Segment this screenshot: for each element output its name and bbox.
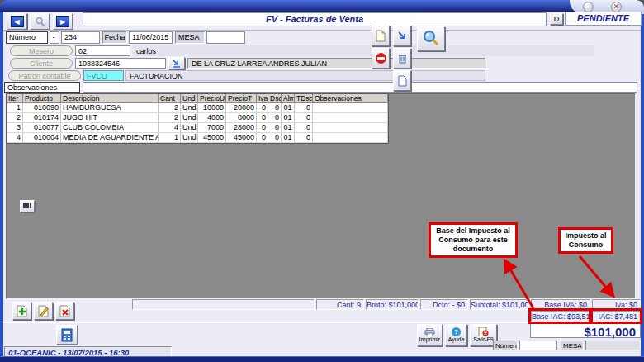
observaciones-input[interactable] [83,82,637,93]
totals-spacer-box [132,299,315,310]
notebook-icon [60,328,73,342]
total-base-iac: Base IAC: $93,519 [531,311,590,322]
printer-icon [424,328,435,336]
table-cell: 20000 [226,103,257,113]
table-cell: 10000 [198,103,226,113]
patron-desc-field: FACTURACION [125,70,485,81]
exit-icon [478,327,489,336]
notes-calculator-button[interactable] [56,325,78,345]
numero-label: Número [6,31,48,44]
footer-mesa-field[interactable] [585,341,641,350]
table-cell [313,123,388,133]
table-cell: 8000 [226,113,257,123]
column-header[interactable]: PrecioT [226,94,257,103]
column-header[interactable]: TDscto [295,94,313,103]
table-cell: 0 [268,103,282,113]
copy-document-button[interactable] [393,70,411,91]
delete-row-button[interactable] [55,302,74,320]
column-header[interactable]: Iva [257,94,268,103]
patron-contable-label: Patron contable [8,70,81,81]
mesero-name-field: carlos [132,45,594,56]
table-cell: 010090 [23,103,61,113]
app-window: – ✕ ◀ ▶ FV - Facturas de Venta D PENDIEN… [0,0,644,362]
forward-arrow-icon: ▶ [56,16,69,27]
table-cell: 2 [159,103,181,113]
base-iac-annotation: Base del Impuesto al Consumo para este d… [429,222,518,258]
table-cell: 01 [282,133,295,143]
salir-label: Salir-F9 [473,336,494,343]
mesero-code-input[interactable]: 02 [75,45,130,56]
new-page-icon [376,30,386,42]
trash-icon [398,53,407,64]
table-cell: 0 [295,113,313,123]
ayuda-button[interactable]: ? Ayuda [445,324,467,346]
numero-input[interactable]: 234 [61,31,100,44]
mesa-input[interactable] [206,31,245,44]
table-cell [313,133,388,143]
table-cell: 010077 [23,123,61,133]
search-items-button[interactable] [417,26,445,51]
table-cell: 4 [7,133,23,143]
search-record-button[interactable] [30,13,50,30]
footer-numero-field[interactable] [519,341,557,350]
new-document-button[interactable] [372,26,390,46]
table-cell: CLUB COLOMBIA [61,123,159,133]
fecha-input[interactable]: 11/06/2015 [129,31,173,44]
total-base-iva: Base IVA: $0 [531,299,590,310]
nav-forward-button[interactable]: ▶ [53,13,73,30]
cliente-id-input[interactable]: 1088324546 [75,58,166,69]
status-badge: PENDIENTE [565,12,642,26]
footer-mesa-label: MESA [561,341,584,350]
table-row[interactable]: 1010090HAMBURGUESA2Und100002000000010 [7,103,388,113]
imprimir-button[interactable]: Imprimir [417,324,443,346]
edit-row-button[interactable] [34,302,53,320]
column-header[interactable]: Alm [282,94,295,103]
items-table-body: 1010090HAMBURGUESA2Und100002000000010201… [7,103,388,143]
table-cell: JUGO HIT [61,113,159,123]
column-header[interactable]: Cant [159,94,181,103]
table-cell: 0 [268,123,282,133]
page-icon [398,75,407,87]
table-cell: 7000 [198,123,226,133]
imprimir-label: Imprimir [419,336,440,343]
apply-document-button[interactable] [393,26,411,46]
total-bruto: Bruto: $101,000 [366,299,419,310]
mesero-label: Mesero [10,45,73,56]
mini-toolbar-button[interactable] [20,200,35,212]
cancel-document-button[interactable] [372,48,390,69]
table-row[interactable]: 4010004MEDIA DE AGUARDIENTE ANTIOQUE1Und… [7,133,388,143]
column-header[interactable]: Dsct [268,94,282,103]
magnifier-icon [422,30,440,48]
numero-prefix-field[interactable]: - [50,31,59,44]
add-page-icon [17,305,28,317]
add-row-button[interactable] [12,302,31,320]
table-cell: 0 [268,133,282,143]
table-cell: 0 [295,103,313,113]
table-cell: 45000 [226,133,257,143]
column-header[interactable]: Observaciones [313,94,388,103]
table-cell: 0 [295,133,313,143]
doc-type-button[interactable]: D [550,13,563,25]
table-cell: 2 [7,113,23,123]
select-arrow-icon [173,60,181,68]
cliente-lookup-button[interactable] [168,57,185,69]
table-cell [313,103,388,113]
table-cell: MEDIA DE AGUARDIENTE ANTIOQUE [61,133,159,143]
table-cell [313,113,388,123]
column-header[interactable]: Und [181,94,198,103]
discard-document-button[interactable] [393,48,411,69]
table-cell: 1 [159,133,181,143]
table-row[interactable]: 3010077CLUB COLOMBIA4Und70002800000010 [7,123,388,133]
patron-code-input[interactable]: FVCO [83,70,124,81]
table-cell: HAMBURGUESA [61,103,159,113]
back-arrow-icon: ◀ [11,16,24,27]
table-row[interactable]: 2010174JUGO HIT2Und4000800000010 [7,113,388,123]
column-header[interactable]: Iter [7,94,23,103]
column-header[interactable]: PrecioU [198,94,226,103]
column-header[interactable]: Descripcion [61,94,159,103]
table-cell: Und [181,103,198,113]
total-dcto: Dcto: - $0 [420,299,468,310]
grand-total: $101,000 [530,323,641,338]
nav-back-button[interactable]: ◀ [7,13,27,30]
column-header[interactable]: Producto [23,94,61,103]
